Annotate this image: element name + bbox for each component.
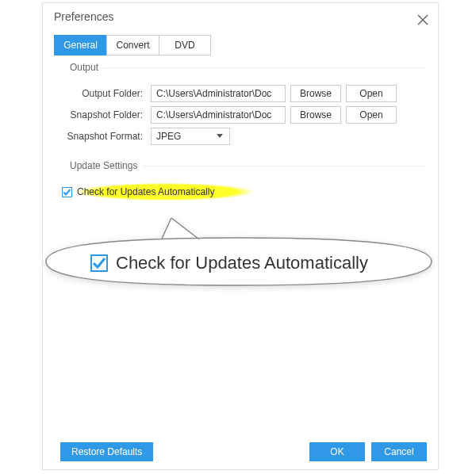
cancel-button[interactable]: Cancel	[371, 442, 427, 461]
update-legend: Update Settings	[54, 160, 142, 171]
output-group: Output Output Folder: Browse Open Snapsh…	[54, 62, 427, 151]
close-icon	[416, 13, 430, 27]
output-folder-label: Output Folder:	[62, 88, 151, 99]
update-group: Update Settings Check for Updates Automa…	[54, 160, 427, 206]
checkbox-box	[62, 187, 72, 197]
output-browse-button[interactable]: Browse	[290, 85, 341, 102]
check-updates-row: Check for Updates Automatically	[54, 183, 427, 201]
snapshot-format-row: Snapshot Format: JPEG	[54, 128, 427, 145]
output-open-button[interactable]: Open	[346, 85, 397, 102]
snapshot-format-value: JPEG	[156, 131, 181, 142]
ok-button[interactable]: OK	[309, 442, 365, 461]
close-button[interactable]	[416, 10, 430, 24]
output-folder-row: Output Folder: Browse Open	[54, 85, 427, 102]
dialog-footer: Restore Defaults OK Cancel	[54, 442, 427, 461]
output-legend: Output	[54, 62, 103, 73]
tab-general[interactable]: General	[54, 35, 106, 55]
title-bar: Preferences	[43, 3, 438, 30]
snapshot-folder-input[interactable]	[151, 106, 286, 124]
dialog-title: Preferences	[54, 10, 113, 23]
check-updates-label: Check for Updates Automatically	[77, 186, 214, 197]
snapshot-open-button[interactable]: Open	[346, 106, 397, 124]
output-folder-input[interactable]	[151, 85, 286, 102]
snapshot-browse-button[interactable]: Browse	[290, 106, 341, 124]
preferences-dialog: Preferences General Convert DVD Output O…	[42, 2, 439, 470]
tab-strip: General Convert DVD	[54, 35, 427, 55]
chevron-down-icon	[217, 134, 223, 139]
snapshot-format-select[interactable]: JPEG	[151, 128, 230, 145]
tab-dvd[interactable]: DVD	[159, 35, 211, 55]
snapshot-folder-row: Snapshot Folder: Browse Open	[54, 106, 427, 124]
check-updates-checkbox[interactable]: Check for Updates Automatically	[62, 186, 214, 197]
tab-convert[interactable]: Convert	[106, 35, 159, 55]
check-icon	[63, 188, 71, 197]
tab-content: Output Output Folder: Browse Open Snapsh…	[54, 62, 427, 434]
snapshot-folder-label: Snapshot Folder:	[62, 109, 151, 120]
snapshot-format-label: Snapshot Format:	[62, 131, 151, 142]
restore-defaults-button[interactable]: Restore Defaults	[60, 442, 153, 461]
